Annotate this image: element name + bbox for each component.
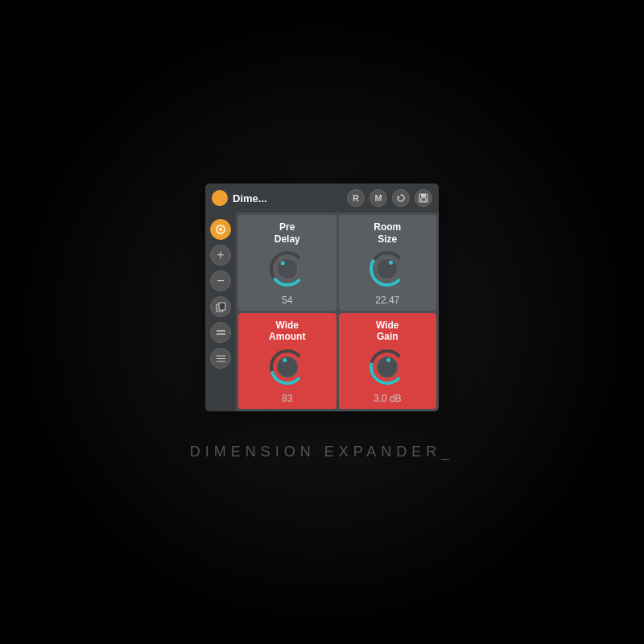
svg-point-13 (277, 258, 298, 279)
svg-rect-3 (421, 198, 426, 201)
knob-cell-0[interactable]: PreDelay54 (238, 215, 336, 311)
svg-point-14 (280, 262, 284, 266)
sidebar-eq-btn[interactable] (210, 322, 231, 343)
sidebar-list-btn[interactable] (210, 348, 231, 369)
knob-svg-0[interactable] (263, 245, 312, 293)
knob-cell-1[interactable]: RoomSize22.47 (339, 215, 437, 311)
save-button[interactable] (415, 189, 432, 207)
refresh-button[interactable] (392, 189, 410, 207)
sidebar-minus-btn[interactable]: − (210, 270, 231, 291)
svg-point-16 (389, 261, 393, 265)
knob-label-2: WideAmount (269, 320, 305, 343)
knob-value-3: 3.0 dB (374, 393, 402, 404)
plugin-body: + − (205, 213, 439, 411)
plugin-title: Dime... (233, 192, 342, 204)
sidebar: + − (205, 213, 236, 411)
knob-cell-2[interactable]: WideAmount83 (238, 313, 336, 409)
sidebar-copy-btn[interactable] (210, 296, 231, 317)
svg-rect-2 (421, 194, 426, 197)
knob-value-0: 54 (282, 295, 292, 306)
controls-grid: PreDelay54RoomSize22.47WideAmount83WideG… (236, 213, 439, 411)
power-button[interactable] (212, 190, 228, 206)
knob-label-3: WideGain (376, 320, 399, 343)
sidebar-add-btn[interactable]: + (210, 245, 231, 266)
svg-point-5 (219, 228, 222, 231)
sidebar-logo-btn[interactable] (210, 219, 231, 240)
svg-point-15 (377, 258, 398, 279)
title-bar: Dime... R M (205, 184, 439, 213)
svg-marker-0 (398, 196, 400, 199)
m-button[interactable]: M (369, 189, 387, 207)
bottom-label: DIMENSION EXPANDER_ (190, 444, 455, 460)
svg-point-18 (283, 358, 287, 362)
plugin-window: Dime... R M + (205, 184, 439, 411)
knob-label-0: PreDelay (275, 221, 300, 245)
knob-cell-3[interactable]: WideGain3.0 dB (339, 313, 437, 409)
knob-svg-3[interactable] (363, 343, 411, 391)
knob-svg-1[interactable] (363, 245, 411, 293)
knob-value-2: 83 (282, 393, 292, 404)
svg-point-17 (277, 357, 298, 378)
svg-rect-7 (219, 303, 225, 310)
knob-label-1: RoomSize (374, 221, 401, 245)
svg-point-20 (386, 357, 390, 361)
knob-value-1: 22.47 (375, 295, 399, 306)
r-button[interactable]: R (347, 189, 365, 207)
knob-svg-2[interactable] (263, 343, 312, 391)
